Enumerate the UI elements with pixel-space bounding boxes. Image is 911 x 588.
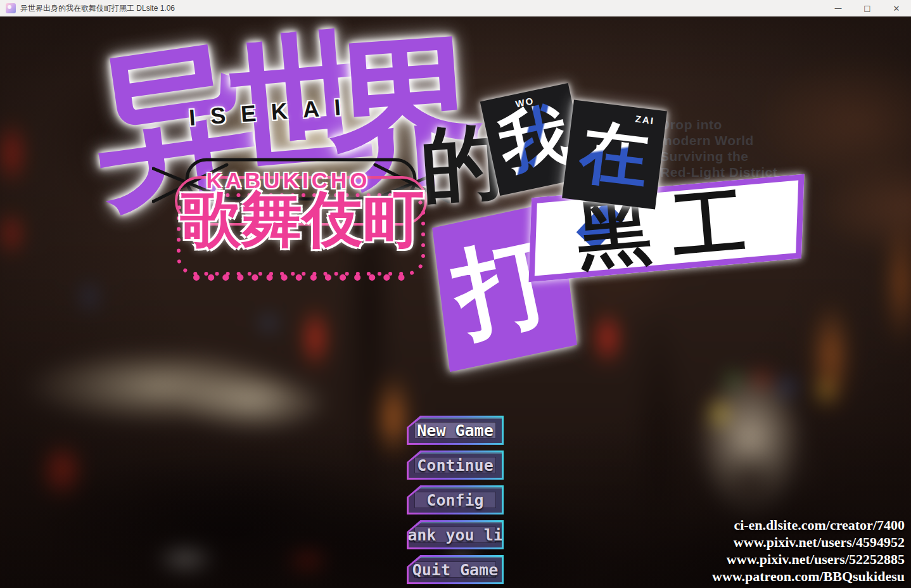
minimize-icon[interactable]: — — [824, 0, 853, 16]
button-label: Quit Game — [409, 557, 502, 582]
menu-button-thank-you-list[interactable]: Thank you list — [407, 520, 504, 549]
button-frame: New Game — [409, 418, 502, 443]
tagline-line: Drop into — [660, 117, 777, 132]
button-label: Continue — [409, 452, 502, 478]
button-frame: Thank you list — [409, 522, 502, 547]
menu-button-new-game[interactable]: New Game — [407, 416, 504, 445]
window-controls: — □ ✕ — [824, 0, 911, 16]
button-label: Thank you list — [409, 522, 502, 547]
logo-tile-zai-char: 在 — [577, 117, 653, 193]
menu-button-config[interactable]: Config — [407, 485, 504, 514]
menu-button-quit-game[interactable]: Quit Game — [407, 555, 504, 584]
creator-links: ci-en.dlsite.com/creator/7400 www.pixiv.… — [712, 516, 905, 585]
close-icon[interactable]: ✕ — [882, 0, 911, 16]
link-patreon: www.patreon.com/BBQsukidesu — [712, 568, 905, 585]
window-titlebar: 异世界出身的我在歌舞伎町打黑工 DLsite 1.06 — □ ✕ — [0, 0, 911, 16]
maximize-icon[interactable]: □ — [853, 0, 882, 16]
window-title: 异世界出身的我在歌舞伎町打黑工 DLsite 1.06 — [20, 3, 175, 14]
menu-button-continue[interactable]: Continue — [407, 451, 504, 480]
tagline-line: modern World — [660, 132, 777, 148]
button-frame: Continue — [409, 452, 502, 478]
game-screen: 异 世 界 ISEKAI KABUKICHO 歌舞伎町 的 WO 我 — [0, 16, 911, 588]
button-label: New Game — [409, 418, 502, 443]
link-pixiv-2: www.pixiv.net/users/52252885 — [712, 551, 905, 568]
logo-english-tagline: Drop into modern World Surviving the Red… — [660, 117, 777, 180]
link-pixiv-1: www.pixiv.net/users/4594952 — [712, 534, 905, 551]
logo-tile-zai-romaji: ZAI — [635, 113, 655, 127]
logo-tile-zai: ZAI 在 — [562, 100, 667, 210]
app-icon[interactable] — [6, 3, 16, 13]
button-frame: Config — [409, 487, 502, 513]
tagline-line: Surviving the — [660, 148, 777, 164]
game-window: 异世界出身的我在歌舞伎町打黑工 DLsite 1.06 — □ ✕ 异 世 界 … — [0, 0, 911, 588]
logo-tile-wo-char: 我 — [494, 99, 575, 180]
button-label: Config — [409, 487, 502, 513]
logo-kabukicho-kanji: 歌舞伎町 — [179, 186, 426, 253]
link-dlsite: ci-en.dlsite.com/creator/7400 — [712, 516, 905, 534]
button-frame: Quit Game — [409, 557, 502, 582]
